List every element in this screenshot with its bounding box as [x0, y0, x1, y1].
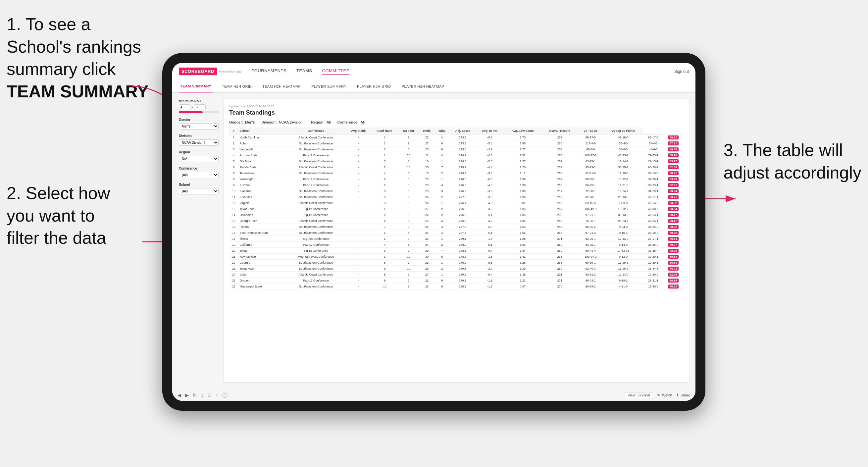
table-cell: 2.11 — [504, 170, 541, 176]
table-cell: 2 — [371, 146, 398, 152]
table-cell: - — [345, 200, 372, 206]
sub-nav-team-h2h-grid[interactable]: TEAM H2H GRID — [221, 80, 253, 92]
table-cell: 3.01 — [504, 200, 541, 206]
nav-tournaments[interactable]: TOURNAMENTS — [251, 68, 286, 74]
col-avg-low: Avg. Low Score — [504, 127, 541, 134]
table-cell: 1.21 — [504, 278, 541, 283]
table-cell: Pac-12 Conference — [286, 278, 345, 283]
table-cell: 78.42 — [663, 266, 684, 272]
table-cell: 4 — [371, 218, 398, 224]
toolbar-forward-icon[interactable]: ▶ — [185, 393, 189, 398]
table-cell: 82.98 — [663, 272, 684, 278]
filter-school-select[interactable]: (All) — [179, 188, 219, 194]
table-cell: 25 — [229, 278, 238, 283]
table-cell: 80.94 — [663, 188, 684, 194]
table-cell: 278.2 — [450, 242, 476, 248]
table-cell: 3 — [434, 188, 450, 194]
table-cell: 2 — [371, 176, 398, 182]
table-cell: 17-33-38 — [603, 248, 644, 254]
toolbar-bookmark-icon[interactable]: ☆ — [207, 393, 212, 398]
table-cell: 9 — [398, 134, 419, 141]
nav-committee[interactable]: COMMITTEE — [322, 68, 349, 74]
table-cell: - — [345, 158, 372, 164]
table-cell: 4 — [229, 152, 238, 158]
sub-nav-team-h2h-heatmap[interactable]: TEAM H2H HEATMAP — [261, 80, 302, 92]
table-cell: 80.47 — [663, 218, 684, 224]
filter-min-input[interactable] — [179, 104, 190, 110]
table-cell: 38-17-1 — [644, 194, 663, 200]
filter-gender-select[interactable]: Men's — [179, 123, 219, 129]
table-header: # School Conference Avg. Rank Conf Rank … — [229, 127, 684, 134]
sub-nav-player-summary[interactable]: PLAYER SUMMARY — [310, 80, 348, 92]
table-cell: -3.5 — [476, 206, 504, 212]
table-cell: 1.53 — [504, 242, 541, 248]
sub-nav-player-h2h-grid[interactable]: PLAYER H2H GRID — [356, 80, 393, 92]
table-cell: 9 — [398, 194, 419, 200]
table-cell: Illinois — [238, 236, 286, 242]
table-cell: 7 — [398, 248, 419, 254]
toolbar-view-original-btn[interactable]: View: Original — [625, 392, 653, 398]
table-cell: 48-13-1 — [644, 212, 663, 218]
table-cell: 8 — [398, 230, 419, 236]
table-row: 11ArkansasSoutheastern Conference-592422… — [229, 194, 684, 200]
filter-display-region: Region: All — [311, 120, 331, 124]
toolbar-back-icon[interactable]: ◀ — [178, 393, 181, 398]
table-cell: 260 — [542, 242, 578, 248]
col-conf-rank: Conf Rank — [371, 127, 398, 134]
sign-out-link[interactable]: Sign out — [674, 69, 689, 74]
table-cell: - — [345, 224, 372, 230]
table-cell: 276.9 — [450, 188, 476, 194]
table-cell: 80.71 — [663, 194, 684, 200]
table-cell: 23-18-2 — [644, 230, 663, 236]
table-cell: 8 — [398, 188, 419, 194]
toolbar-reload-icon[interactable]: ↻ — [193, 393, 197, 398]
table-cell: 18 — [419, 170, 434, 176]
table-cell: 11-19-0 — [603, 170, 644, 176]
table-cell: -4.6 — [476, 182, 504, 188]
table-cell: - — [345, 206, 372, 212]
table-cell: 78.13 — [663, 283, 684, 289]
table-cell: 60-29-2 — [644, 164, 663, 170]
panel-region-label: Region: — [311, 120, 324, 124]
table-cell: 24 — [419, 212, 434, 218]
table-cell: 2 — [371, 164, 398, 170]
toolbar-share-icon[interactable]: ↑ — [216, 393, 218, 398]
table-cell: 43-23-1 — [603, 152, 644, 158]
watch-label: Watch — [662, 393, 672, 397]
table-cell: 1.98 — [504, 182, 541, 188]
table-cell: 8 — [398, 200, 419, 206]
table-cell: 27 — [419, 272, 434, 278]
table-cell: 268 — [542, 194, 578, 200]
table-cell: 0 — [434, 278, 450, 283]
table-cell: Florida — [238, 224, 286, 230]
table-cell: 15 — [229, 218, 238, 224]
table-cell: 10 — [371, 283, 398, 289]
toolbar-watch-btn[interactable]: 👁 Watch — [657, 393, 672, 397]
range-slider[interactable] — [179, 111, 219, 113]
nav-links: TOURNAMENTS TEAMS COMMITTEE — [251, 68, 674, 74]
table-cell: 209 — [542, 212, 578, 218]
table-cell: 18 — [419, 158, 434, 164]
nav-teams[interactable]: TEAMS — [297, 68, 312, 74]
toolbar-home-icon[interactable]: ⌂ — [201, 393, 203, 398]
table-cell: - — [345, 164, 372, 170]
table-cell: 1.63 — [504, 224, 541, 230]
table-cell: 1.41 — [504, 254, 541, 260]
sub-nav-player-h2h-heatmap[interactable]: PLAYER H2H HEATMAP — [400, 80, 445, 92]
table-cell: 33-44-3 — [644, 266, 663, 272]
filter-conference-select[interactable]: (All) — [179, 172, 219, 178]
table-row: 7TennesseeSoutheastern Conference-461822… — [229, 170, 684, 176]
filter-max-input[interactable] — [194, 104, 206, 110]
toolbar-share-btn[interactable]: ⬆ Share — [676, 393, 690, 397]
table-cell: -4.2 — [476, 218, 504, 224]
table-cell: 27 — [419, 141, 434, 146]
filter-division-select[interactable]: NCAA Division I — [179, 139, 219, 146]
table-cell: 274.2 — [450, 152, 476, 158]
filter-region-select[interactable]: N/A — [179, 156, 219, 162]
toolbar-clock-icon[interactable]: 🕐 — [222, 393, 227, 398]
table-cell: 5 — [371, 188, 398, 194]
sub-nav-team-summary[interactable]: TEAM SUMMARY — [179, 80, 213, 92]
table-cell: 82-25-1 — [578, 236, 603, 242]
filter-display-gender: Gender: Men's — [229, 120, 255, 124]
table-row: 3VanderbiltSoutheastern Conference-25236… — [229, 146, 684, 152]
